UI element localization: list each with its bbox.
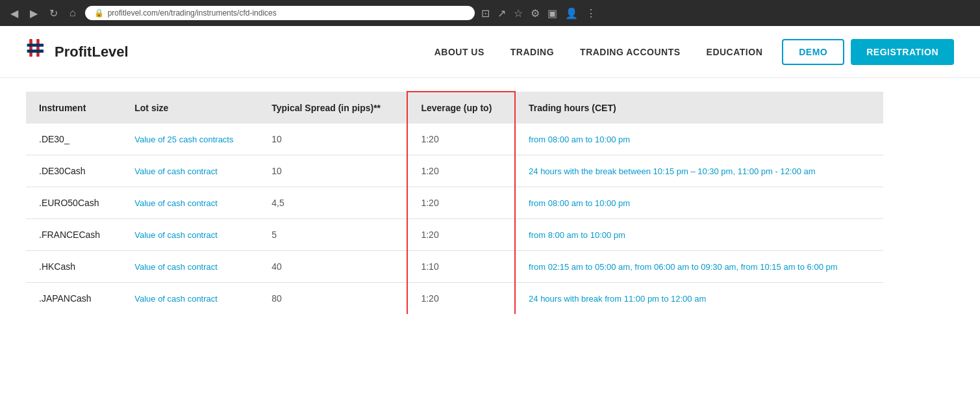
cell-instrument: .DE30_	[26, 124, 121, 155]
table-row: .DE30_ Value of 25 cash contracts 10 1:2…	[26, 124, 883, 155]
cell-trading-hours: 24 hours with the break between 10:15 pm…	[515, 155, 883, 187]
logo-text: ProfitLevel	[55, 44, 129, 60]
table-row: .DE30Cash Value of cash contract 10 1:20…	[26, 155, 883, 187]
logo-icon	[26, 39, 49, 65]
table-header-row: Instrument Lot size Typical Spread (in p…	[26, 92, 883, 124]
cell-trading-hours: from 08:00 am to 10:00 pm	[515, 187, 883, 219]
table-row: .FRANCECash Value of cash contract 5 1:2…	[26, 219, 883, 251]
browser-toolbar-icons: ⊡ ↗ ☆ ⚙ ▣ 👤 ⋮	[481, 7, 596, 20]
cell-lot-size: Value of cash contract	[121, 219, 258, 251]
svg-rect-0	[29, 39, 32, 57]
demo-button[interactable]: DEMO	[782, 39, 844, 65]
main-nav: ABOUT US TRADING TRADING ACCOUNTS EDUCAT…	[434, 47, 763, 57]
svg-rect-2	[27, 44, 44, 47]
cell-leverage: 1:20	[407, 124, 515, 155]
cell-instrument: .DE30Cash	[26, 155, 121, 187]
instruments-table: Instrument Lot size Typical Spread (in p…	[26, 91, 883, 314]
cell-leverage: 1:10	[407, 251, 515, 283]
cell-leverage: 1:20	[407, 155, 515, 187]
nav-trading[interactable]: TRADING	[510, 47, 554, 57]
table-row: .EURO50Cash Value of cash contract 4,5 1…	[26, 187, 883, 219]
home-button[interactable]: ⌂	[67, 5, 79, 21]
cell-instrument: .EURO50Cash	[26, 187, 121, 219]
screenshot-icon[interactable]: ⊡	[481, 7, 490, 20]
cell-lot-size: Value of cash contract	[121, 251, 258, 283]
cell-trading-hours: from 8:00 am to 10:00 pm	[515, 219, 883, 251]
share-icon[interactable]: ↗	[497, 7, 506, 20]
logo-link[interactable]: ProfitLevel	[26, 39, 129, 65]
cell-trading-hours: 24 hours with break from 11:00 pm to 12:…	[515, 283, 883, 315]
menu-icon[interactable]: ⋮	[586, 7, 596, 20]
cell-instrument: .FRANCECash	[26, 219, 121, 251]
cell-lot-size: Value of 25 cash contracts	[121, 124, 258, 155]
browser-chrome: ◀ ▶ ↻ ⌂ 🔒 profitlevel.com/en/trading/ins…	[0, 0, 980, 26]
cell-spread: 4,5	[258, 187, 407, 219]
nav-trading-accounts[interactable]: TRADING ACCOUNTS	[580, 47, 680, 57]
lock-icon: 🔒	[94, 8, 104, 18]
tab-icon[interactable]: ▣	[547, 7, 557, 20]
address-bar[interactable]: 🔒 profitlevel.com/en/trading/instruments…	[85, 6, 475, 20]
cell-spread: 10	[258, 155, 407, 187]
cell-lot-size: Value of cash contract	[121, 187, 258, 219]
cell-trading-hours: from 02:15 am to 05:00 am, from 06:00 am…	[515, 251, 883, 283]
col-instrument: Instrument	[26, 92, 121, 124]
nav-education[interactable]: EDUCATION	[707, 47, 763, 57]
cell-lot-size: Value of cash contract	[121, 155, 258, 187]
back-button[interactable]: ◀	[8, 5, 21, 22]
col-leverage: Leverage (up to)	[407, 92, 515, 124]
bookmark-icon[interactable]: ☆	[514, 7, 523, 20]
svg-rect-1	[36, 39, 40, 57]
nav-about-us[interactable]: ABOUT US	[434, 47, 484, 57]
cell-leverage: 1:20	[407, 187, 515, 219]
col-trading-hours: Trading hours (CET)	[515, 92, 883, 124]
url-text: profitlevel.com/en/trading/instruments/c…	[108, 8, 277, 18]
cell-spread: 40	[258, 251, 407, 283]
col-lot-size: Lot size	[121, 92, 258, 124]
cell-spread: 10	[258, 124, 407, 155]
cell-instrument: .HKCash	[26, 251, 121, 283]
cell-instrument: .JAPANCash	[26, 283, 121, 315]
svg-rect-3	[27, 49, 44, 53]
cell-spread: 80	[258, 283, 407, 315]
cell-leverage: 1:20	[407, 283, 515, 315]
col-spread: Typical Spread (in pips)**	[258, 92, 407, 124]
extensions-icon[interactable]: ⚙	[531, 7, 540, 20]
cell-trading-hours: from 08:00 am to 10:00 pm	[515, 124, 883, 155]
table-row: .HKCash Value of cash contract 40 1:10 f…	[26, 251, 883, 283]
profile-icon[interactable]: 👤	[565, 7, 578, 20]
site-header: ProfitLevel ABOUT US TRADING TRADING ACC…	[0, 26, 980, 78]
cell-lot-size: Value of cash contract	[121, 283, 258, 315]
forward-button[interactable]: ▶	[27, 5, 40, 22]
main-content: Instrument Lot size Typical Spread (in p…	[0, 78, 909, 327]
cell-spread: 5	[258, 219, 407, 251]
cell-leverage: 1:20	[407, 219, 515, 251]
registration-button[interactable]: REGISTRATION	[851, 39, 954, 65]
table-row: .JAPANCash Value of cash contract 80 1:2…	[26, 283, 883, 315]
reload-button[interactable]: ↻	[47, 5, 60, 22]
